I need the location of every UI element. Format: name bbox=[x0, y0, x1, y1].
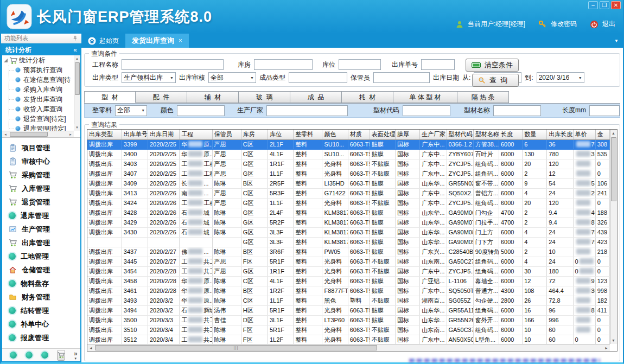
column-header[interactable]: 单价 bbox=[573, 130, 595, 139]
tree-item[interactable]: 发货出库查询 bbox=[9, 94, 74, 104]
maximize-button[interactable]: ❐ bbox=[600, 1, 609, 9]
table-row[interactable]: 调拨出库35002020/3/3工共工程曹佳D区3L1F整料LT3P606063… bbox=[87, 315, 610, 325]
scroll-right-icon[interactable]: ► bbox=[603, 344, 610, 352]
tab-close-icon[interactable]: × bbox=[179, 37, 182, 44]
material-tab[interactable]: 辅 材 bbox=[187, 91, 239, 103]
out-type-select[interactable]: 生产领料出库▼ bbox=[122, 72, 176, 83]
column-header[interactable]: 出库类型 bbox=[87, 130, 122, 139]
scrollbar-thumb[interactable]: ||| bbox=[95, 345, 377, 350]
column-header[interactable]: 生产厂家 bbox=[420, 130, 447, 139]
table-row[interactable]: 调拨出库33992020/2/25华原...严思C区2L1F整料SU10...6… bbox=[87, 139, 610, 149]
cart-button[interactable] bbox=[57, 350, 65, 361]
tree-item[interactable]: 收货入库查询 bbox=[9, 104, 74, 114]
column-header[interactable]: 工程 bbox=[180, 130, 212, 139]
warehouse-input[interactable] bbox=[254, 59, 313, 70]
sidebar-item[interactable]: 物料盘存 bbox=[2, 277, 80, 290]
material-tab[interactable]: 单 体 型 材 bbox=[393, 91, 457, 103]
column-header[interactable]: 表面处理 bbox=[370, 130, 395, 139]
scroll-right-icon[interactable]: ► bbox=[67, 131, 74, 138]
circle-icon[interactable] bbox=[26, 352, 33, 359]
table-row[interactable]: 调拨出库34242020/2/26工工程严思G区1L1F整料光身料6063-T5… bbox=[87, 198, 610, 208]
material-tab[interactable]: 型 材 bbox=[84, 91, 136, 103]
table-row[interactable]: 调拨出库34582020/2/28华原...陈琳C区4L1F整料光身料6063-… bbox=[87, 276, 610, 286]
scroll-down-icon[interactable]: ▼ bbox=[74, 124, 80, 131]
column-header[interactable]: 长度 bbox=[499, 130, 522, 139]
column-header[interactable]: 颜色 bbox=[322, 130, 348, 139]
material-tab[interactable]: 玻 璃 bbox=[239, 91, 290, 103]
profile-name-input[interactable] bbox=[493, 105, 541, 116]
tree-horizontal-scrollbar[interactable]: ◄ ► bbox=[2, 131, 74, 137]
order-no-input[interactable] bbox=[421, 59, 455, 70]
column-header[interactable]: 出库长度 bbox=[547, 130, 573, 139]
collapse-icon[interactable]: « bbox=[73, 46, 77, 54]
table-row[interactable]: G区3L3F整料KLM38176063-T5贴膜国标山东华...GA90M09.… bbox=[87, 237, 610, 247]
table-row[interactable]: 调拨出库34302020/2/26石城陈琳G区3L3F整料KLM38176063… bbox=[87, 227, 610, 237]
column-header[interactable]: 型材名称 bbox=[473, 130, 499, 139]
logout-link[interactable]: 退出 bbox=[602, 20, 615, 29]
column-header[interactable]: 膜厚 bbox=[396, 130, 420, 139]
sidebar-item[interactable]: 入库管理 bbox=[2, 182, 80, 195]
table-row[interactable]: 调拨出库34372020/2/27佛...陈琳B区3R6F整料PW056063-… bbox=[87, 247, 610, 257]
sidebar-item[interactable]: 补单中心 bbox=[2, 317, 80, 331]
tree-expander-icon[interactable] bbox=[4, 59, 8, 62]
sidebar-item[interactable]: 生产管理 bbox=[2, 222, 80, 236]
material-tab[interactable]: 隔 热 条 bbox=[457, 91, 509, 103]
column-header[interactable]: 保管员 bbox=[212, 130, 241, 139]
clear-conditions-button[interactable]: 清空条件 bbox=[466, 59, 519, 72]
minimize-button[interactable]: – bbox=[588, 1, 598, 9]
table-row[interactable]: 调拨出库35102020/3/4工共工程陈琳F区5R1F整料光身料6063-T5… bbox=[87, 325, 610, 335]
sidebar-item[interactable]: 退货管理 bbox=[2, 195, 80, 209]
sidebar-more-button[interactable]: » ▼ bbox=[74, 350, 78, 360]
search-button[interactable]: 查 询 bbox=[472, 74, 519, 87]
sidebar-item[interactable]: 出库管理 bbox=[2, 236, 80, 250]
scroll-down-icon[interactable]: ▼ bbox=[610, 337, 617, 344]
close-button[interactable]: ✕ bbox=[611, 1, 621, 9]
scroll-left-icon[interactable]: ◄ bbox=[2, 131, 9, 138]
table-row[interactable]: 调拨出库34612020/2/28华原...陈琳B区1R2F整料F8877FT6… bbox=[87, 286, 610, 296]
scroll-up-icon[interactable]: ▲ bbox=[610, 130, 617, 137]
grid-vertical-scrollbar[interactable]: ▲ ▼ bbox=[610, 130, 617, 344]
whole-part-select[interactable]: 全部▼ bbox=[115, 105, 147, 116]
section-header[interactable]: 统计分析 « bbox=[2, 44, 80, 55]
pin-icon[interactable] bbox=[72, 35, 78, 41]
table-row[interactable]: 调拨出库34542020/2/28工共工程严思G区1R1F整料光身料6063-T… bbox=[87, 266, 610, 276]
column-header[interactable]: 数量 bbox=[523, 130, 547, 139]
table-row[interactable]: 调拨出库34032020/2/25工工程严思G区1R1F整料光身料6063-T5… bbox=[87, 159, 610, 169]
profile-code-input[interactable] bbox=[403, 105, 450, 116]
keeper-input[interactable] bbox=[373, 72, 430, 83]
material-tab[interactable]: 配 件 bbox=[136, 91, 187, 103]
material-tab[interactable]: 成 品 bbox=[290, 91, 342, 103]
sidebar-item[interactable]: 报废管理 bbox=[2, 331, 80, 344]
scroll-up-icon[interactable]: ▲ bbox=[74, 55, 80, 62]
table-row[interactable]: 调拨出库34092020/2/25长...陈琳B区2R5F整料LI35HD606… bbox=[87, 178, 610, 188]
column-header[interactable]: 整零料 bbox=[294, 130, 322, 139]
sidebar-item[interactable]: 采购管理 bbox=[2, 168, 80, 182]
table-row[interactable]: 调拨出库34132020/2/26南...严思C区5R3F整料G71422606… bbox=[87, 188, 610, 198]
sidebar-item[interactable]: 项目管理 bbox=[2, 141, 80, 155]
table-row[interactable]: 调拨出库34292020/2/26石城陈琳G区5R2F整料KLM38176063… bbox=[87, 218, 610, 227]
sidebar-item[interactable]: 结转管理 bbox=[2, 304, 80, 317]
sidebar-item[interactable]: 仓储管理 bbox=[2, 263, 80, 277]
grid-horizontal-scrollbar[interactable]: ◄ ||| ► bbox=[87, 344, 610, 351]
audit-select[interactable]: 全部▼ bbox=[208, 72, 256, 83]
column-header[interactable]: 材质 bbox=[348, 130, 370, 139]
column-header[interactable]: 型材代码 bbox=[447, 130, 473, 139]
product-type-input[interactable] bbox=[289, 72, 347, 83]
length-input[interactable] bbox=[589, 105, 620, 116]
material-tab[interactable]: 耗 材 bbox=[342, 91, 393, 103]
column-header[interactable]: 库房 bbox=[241, 130, 268, 139]
table-row[interactable]: 调拨出库34072020/2/25工工程严思G区1L1F整料光身料6063-T5… bbox=[87, 169, 610, 178]
column-header[interactable]: 库位 bbox=[268, 130, 294, 139]
table-row[interactable]: 调拨出库34452020/2/27工共工程严思F区5R1F整料光身料6063-T… bbox=[87, 257, 610, 266]
scroll-left-icon[interactable]: ◄ bbox=[87, 344, 94, 352]
column-header[interactable]: 出库单号 bbox=[122, 130, 148, 139]
sidebar-item[interactable]: 财务管理 bbox=[2, 290, 80, 304]
table-row[interactable]: 调拨出库34932020/3/2华原...陈琳C区1L1F整料黑色塑料不贴膜国标… bbox=[87, 296, 610, 305]
table-row[interactable]: 调拨出库34002020/2/25华原...严思C区4L1F整料SU10...6… bbox=[87, 149, 610, 159]
tree-vertical-scrollbar[interactable]: ▲ ▼ bbox=[74, 55, 80, 131]
location-input[interactable] bbox=[339, 59, 381, 70]
project-name-input[interactable] bbox=[122, 59, 224, 70]
tab-shipping-query[interactable]: 发货出库查询 × bbox=[125, 34, 189, 48]
column-header[interactable]: 出库日期 bbox=[148, 130, 180, 139]
date-to-picker[interactable]: 2020/ 3/16▼ bbox=[537, 72, 584, 83]
